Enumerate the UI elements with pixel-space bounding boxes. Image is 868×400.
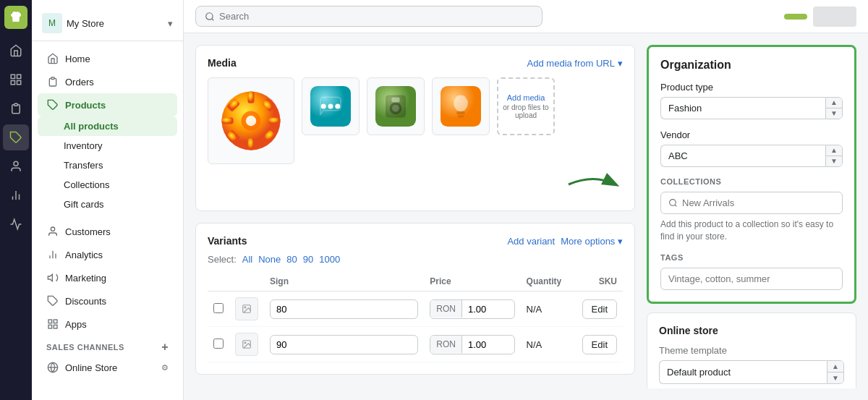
add-variant-button[interactable]: Add variant [507,236,555,247]
row1-price-input[interactable]: RON [430,299,514,319]
row2-image[interactable] [235,333,258,356]
sidebar-item-products[interactable]: Products [38,93,177,116]
add-media-from-url-link[interactable]: Add media from URL ▾ [527,58,623,69]
select-row: Select: All None 80 90 1000 [208,254,623,265]
search-input[interactable] [219,11,533,22]
theme-up[interactable]: ▲ [827,361,843,373]
nav-analytics-icon[interactable] [3,182,29,208]
select-80-link[interactable]: 80 [286,254,297,265]
sidebar-item-apps[interactable]: Apps [38,312,177,336]
product-type-up[interactable]: ▲ [826,98,842,108]
vendor-down[interactable]: ▼ [826,156,842,166]
sidebar-subitem-transfers[interactable]: Transfers [38,156,177,175]
vendor-stepper[interactable]: ▲ ▼ [825,145,843,167]
svg-point-51 [244,307,246,308]
theme-down[interactable]: ▼ [827,373,843,383]
select-all-link[interactable]: All [242,254,252,265]
row2-sign-input[interactable] [270,335,418,354]
svg-line-24 [212,18,214,20]
product-type-stepper[interactable]: ▲ ▼ [825,97,843,119]
product-type-down[interactable]: ▼ [826,108,842,119]
theme-template-select[interactable]: Default product [659,360,827,384]
top-right-action[interactable] [813,7,856,27]
sidebar-item-analytics[interactable]: Analytics [38,243,177,266]
product-type-label: Product type [660,82,843,93]
media-thumb-speaker[interactable] [367,77,425,135]
arrow-container [208,164,623,199]
tags-input[interactable] [660,268,843,290]
sidebar-item-customers[interactable]: Customers [38,220,177,243]
sidebar-item-orders[interactable]: Orders [38,70,177,93]
dropdown-arrow-icon: ▾ [618,58,623,69]
variants-title: Variants [208,235,247,247]
row2-checkbox[interactable] [213,339,224,349]
media-thumb-gear[interactable] [208,77,294,164]
sidebar-item-customers-label: Customers [65,226,111,237]
row1-sign-input[interactable] [270,299,418,319]
product-type-row: ▲ ▼ [660,97,843,119]
svg-point-39 [335,104,340,109]
sidebar-subitem-inventory[interactable]: Inventory [38,136,177,156]
organization-card: Organization Product type ▲ ▼ Vendor [647,45,856,304]
nav-home-icon[interactable] [3,38,29,64]
sidebar-item-online-store[interactable]: Online Store ⚙ [38,356,177,379]
orders-icon [46,75,59,88]
sidebar-item-discounts[interactable]: Discounts [38,289,177,312]
svg-rect-4 [14,103,18,106]
nav-orders-icon[interactable] [3,95,29,122]
marketing-icon [46,271,59,284]
select-1000-link[interactable]: 1000 [319,254,340,265]
nav-products-icon[interactable] [3,124,29,150]
products-icon [46,98,59,111]
sidebar-subitem-all-products[interactable]: All products [38,116,177,136]
variants-card: Variants Add variant More options ▾ Sele… [195,223,635,375]
svg-point-38 [328,104,333,109]
search-icon [205,12,215,22]
svg-rect-3 [11,81,14,85]
product-type-input[interactable] [660,97,825,119]
online-store-settings-icon[interactable]: ⚙ [161,363,169,373]
row2-edit-button[interactable]: Edit [582,335,617,354]
search-bar[interactable] [195,6,542,27]
right-panel: Organization Product type ▲ ▼ Vendor [647,45,856,388]
vendor-up[interactable]: ▲ [826,145,842,156]
svg-rect-19 [54,325,57,328]
row2-price-input[interactable]: RON [430,335,514,354]
more-options-button[interactable]: More options ▾ [561,236,623,247]
row1-image[interactable] [235,297,258,320]
sidebar-subitem-gift-cards[interactable]: Gift cards [38,195,177,214]
table-row: RON N/A Edit [208,327,623,362]
row1-price-value[interactable] [462,300,506,318]
add-sales-channel-button[interactable]: + [161,341,169,353]
select-90-link[interactable]: 90 [303,254,313,265]
sidebar-subitem-collections[interactable]: Collections [38,175,177,195]
select-none-link[interactable]: None [258,254,281,265]
theme-template-stepper[interactable]: ▲ ▼ [827,360,844,384]
svg-point-54 [670,200,676,206]
sales-channels-label: SALES CHANNELS + [32,336,183,356]
collection-search-box[interactable] [660,192,843,214]
row1-edit-button[interactable]: Edit [582,299,617,319]
svg-point-6 [14,161,18,166]
svg-point-23 [206,12,213,19]
add-media-button[interactable]: Add media or drop files to upload [497,77,555,135]
variants-table: Sign Price Quantity SKU [208,272,623,362]
svg-rect-31 [268,118,280,124]
media-thumb-lightbulb[interactable] [432,77,490,135]
row1-currency: RON [430,300,462,318]
svg-rect-47 [456,111,464,114]
media-thumb-chat[interactable] [302,77,359,135]
row2-currency: RON [430,336,462,353]
svg-point-37 [321,104,326,109]
nav-grid-icon[interactable] [3,67,29,93]
collection-search-input[interactable] [682,197,835,208]
shopify-logo[interactable] [4,6,27,29]
vendor-group: Vendor ▲ ▼ [660,129,843,167]
sidebar-item-home[interactable]: Home [38,47,177,70]
nav-customers-icon[interactable] [3,153,29,179]
row2-price-value[interactable] [462,336,506,354]
sidebar-item-marketing[interactable]: Marketing [38,266,177,289]
nav-marketing-icon[interactable] [3,211,29,237]
row1-checkbox[interactable] [213,303,224,313]
vendor-input[interactable] [660,145,825,167]
